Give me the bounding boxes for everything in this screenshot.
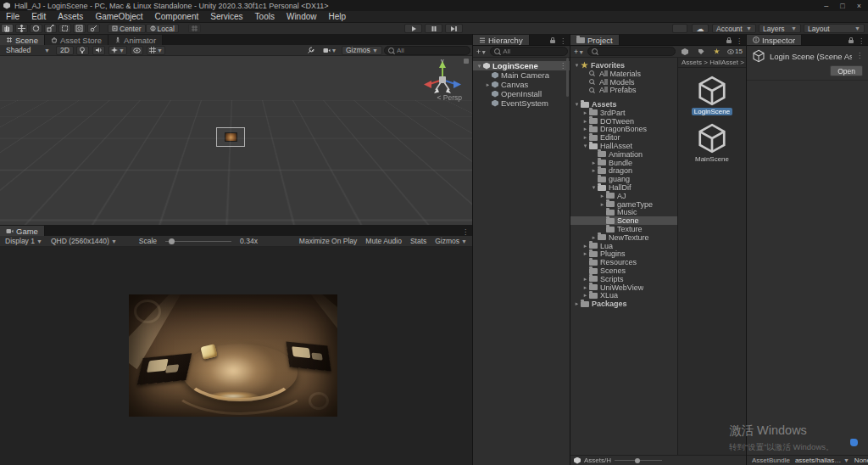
asset-thumbnail-mainscene[interactable]: MainScene xyxy=(678,122,746,163)
tab-animator[interactable]: Animator xyxy=(108,35,163,45)
account-dropdown[interactable]: Account▼ xyxy=(712,24,756,33)
expander-icon[interactable]: ▸ xyxy=(581,109,589,116)
project-folder-uniwebview[interactable]: ▸UniWebView xyxy=(570,283,677,292)
project-folder-packages[interactable]: ▸Packages xyxy=(570,300,677,308)
project-folder-lua[interactable]: ▸Lua xyxy=(570,242,677,250)
menu-gameobject[interactable]: GameObject xyxy=(89,11,148,22)
pause-button[interactable] xyxy=(425,24,442,33)
menu-tools[interactable]: Tools xyxy=(249,11,281,22)
project-folder-dragonbones[interactable]: ▸DragonBones xyxy=(570,126,677,134)
project-folder-plugins[interactable]: ▸Plugins xyxy=(570,250,677,259)
shading-mode-dropdown[interactable]: Shaded▼ xyxy=(2,46,54,55)
game-viewport[interactable] xyxy=(0,247,472,465)
close-button[interactable]: × xyxy=(857,2,861,10)
mute-audio-button[interactable]: Mute Audio xyxy=(362,237,405,245)
maximize-on-play-button[interactable]: Maximize On Play xyxy=(296,237,361,245)
project-folder-texture[interactable]: Texture xyxy=(570,225,677,233)
project-folder-dotween[interactable]: ▸DOTween xyxy=(570,117,677,126)
grid-visibility-dropdown[interactable]: ▼ xyxy=(147,46,165,55)
layout-dropdown[interactable]: Layout▼ xyxy=(804,24,865,33)
expander-icon[interactable]: ▸ xyxy=(484,81,492,88)
expander-icon[interactable]: ▾ xyxy=(581,143,589,149)
expander-icon[interactable]: ▸ xyxy=(581,134,589,141)
expander-icon[interactable]: ▸ xyxy=(590,160,598,166)
project-folder-halldif[interactable]: ▾HallDif xyxy=(570,183,677,192)
project-favorite-all-models[interactable]: All Models xyxy=(570,78,677,87)
favorites-filter-button[interactable] xyxy=(710,47,723,56)
expander-icon[interactable]: ▸ xyxy=(581,276,589,283)
project-folder-editor[interactable]: ▸Editor xyxy=(570,133,677,142)
breadcrumb[interactable]: Assets > HallAsset > Ha xyxy=(678,58,746,68)
create-asset-button[interactable]: +▼ xyxy=(572,48,586,56)
hand-tool-button[interactable] xyxy=(1,24,14,33)
resolution-dropdown[interactable]: QHD (2560x1440)▼ xyxy=(47,237,120,245)
lighting-toggle-button[interactable] xyxy=(76,46,89,55)
tab-inspector[interactable]: Inspector xyxy=(747,35,802,45)
project-search-input[interactable] xyxy=(587,47,676,56)
project-folder-bundle[interactable]: ▸Bundle xyxy=(570,159,677,167)
effects-dropdown[interactable]: ▼ xyxy=(108,46,127,55)
project-folder-3rdpart[interactable]: ▸3rdPart xyxy=(570,109,677,117)
hierarchy-item-eventsystem[interactable]: EventSystem xyxy=(473,98,570,108)
panel-menu-icon[interactable]: ⋮ xyxy=(736,38,743,45)
undo-history-button[interactable] xyxy=(672,24,687,33)
component-tools-button[interactable] xyxy=(304,46,317,55)
game-gizmos-dropdown[interactable]: Gizmos▼ xyxy=(431,237,470,245)
tab-scene[interactable]: Scene xyxy=(0,35,45,45)
project-favorite-all-prefabs[interactable]: All Prefabs xyxy=(570,86,677,94)
expander-icon[interactable]: ▸ xyxy=(581,126,589,132)
2d-toggle-button[interactable]: 2D xyxy=(56,46,74,55)
asset-menu-icon[interactable]: ⋮ xyxy=(856,53,863,59)
project-favorite-favorites[interactable]: ▾Favorites xyxy=(570,61,677,70)
camera-settings-dropdown[interactable]: ▼ xyxy=(320,46,339,55)
tab-asset-store[interactable]: Asset Store xyxy=(45,35,108,45)
thumbnail-size-thumb[interactable] xyxy=(635,458,640,463)
canvas-gameobject[interactable] xyxy=(216,127,245,147)
display-dropdown[interactable]: Display 1▼ xyxy=(2,237,46,245)
scene-search-input[interactable]: All xyxy=(384,46,470,55)
project-folder-scripts[interactable]: ▸Scripts xyxy=(570,275,677,283)
lock-icon[interactable] xyxy=(726,40,732,43)
move-tool-button[interactable] xyxy=(15,24,28,33)
scale-tool-button[interactable] xyxy=(44,24,57,33)
project-folder-music[interactable]: Music xyxy=(570,209,677,217)
assetbundle-dropdown[interactable]: assets/hallasset/h ▼ xyxy=(795,457,849,464)
menu-help[interactable]: Help xyxy=(323,11,353,22)
cloud-services-button[interactable]: ☁ xyxy=(692,24,709,33)
project-folder-hallasset[interactable]: ▾HallAsset xyxy=(570,142,677,150)
project-folder-aj[interactable]: ▸AJ xyxy=(570,192,677,200)
expander-icon[interactable]: ▾ xyxy=(590,184,598,191)
play-button[interactable] xyxy=(404,24,422,33)
open-scene-button[interactable]: Open xyxy=(830,65,863,76)
perspective-mode-label[interactable]: < Persp xyxy=(437,93,462,102)
menu-edit[interactable]: Edit xyxy=(25,11,52,22)
expander-icon[interactable]: ▾ xyxy=(476,63,483,70)
scene-visibility-button[interactable] xyxy=(131,46,143,55)
hierarchy-item-canvas[interactable]: ▸Canvas xyxy=(473,80,570,89)
minimize-button[interactable]: – xyxy=(824,2,828,10)
panel-menu-icon[interactable]: ⋮ xyxy=(559,38,566,45)
expander-icon[interactable]: ▸ xyxy=(590,167,598,174)
panel-menu-icon[interactable]: ⋮ xyxy=(858,38,865,45)
custom-tool-button[interactable] xyxy=(87,24,100,33)
tab-game[interactable]: Game xyxy=(0,226,45,236)
project-folder-scenes[interactable]: Scenes xyxy=(570,266,677,275)
scale-slider-thumb[interactable] xyxy=(169,238,175,244)
panel-menu-icon[interactable]: ⋮ xyxy=(462,229,469,236)
hierarchy-item-openinstall[interactable]: OpenInstall xyxy=(473,89,570,98)
menu-file[interactable]: File xyxy=(0,11,25,22)
project-folder-resources[interactable]: Resources xyxy=(570,258,677,266)
menu-assets[interactable]: Assets xyxy=(52,11,89,22)
scene-viewport[interactable]: y < Persp xyxy=(0,56,472,225)
maximize-button[interactable]: □ xyxy=(840,2,844,10)
project-favorite-all-materials[interactable]: All Materials xyxy=(570,70,677,78)
asset-thumbnail-loginscene[interactable]: LoginScene xyxy=(678,75,746,115)
hierarchy-search-input[interactable]: All xyxy=(490,47,568,56)
expander-icon[interactable]: ▸ xyxy=(581,284,589,291)
stats-button[interactable]: Stats xyxy=(407,237,430,245)
space-toggle-button[interactable]: Local xyxy=(146,24,179,33)
project-folder-scene[interactable]: Scene xyxy=(570,216,677,225)
thumbnail-size-slider[interactable] xyxy=(615,460,662,461)
project-folder-gametype[interactable]: ▸gameType xyxy=(570,200,677,209)
rect-tool-button[interactable] xyxy=(58,24,71,33)
